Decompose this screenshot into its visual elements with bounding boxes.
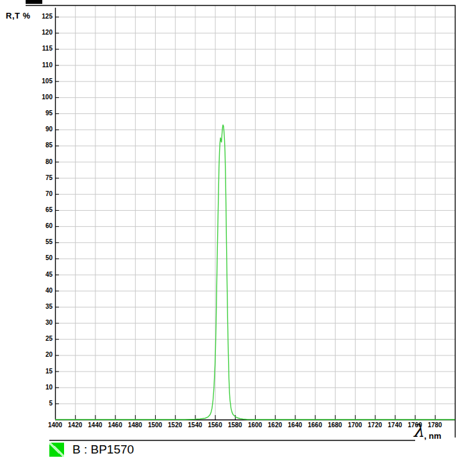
x-tick-label: 1560 <box>208 421 222 429</box>
y-tick-label: 75 <box>45 174 53 181</box>
y-tick-label: 25 <box>45 335 53 342</box>
x-axis-units-label: , nm <box>424 431 441 441</box>
y-tick-label: 105 <box>42 78 53 85</box>
x-tick-label: 1420 <box>68 421 82 429</box>
y-tick-label: 90 <box>45 126 53 133</box>
x-tick-label: 1600 <box>248 421 262 429</box>
x-tick-label: 1460 <box>108 421 122 429</box>
y-tick-label: 5 <box>49 400 53 407</box>
y-tick-label: 50 <box>45 254 53 261</box>
x-tick-label: 1480 <box>128 421 142 429</box>
y-tick-label: 65 <box>45 206 53 213</box>
x-tick-label: 1660 <box>308 421 322 429</box>
y-tick-label: 10 <box>45 384 53 391</box>
y-tick-label: 115 <box>42 45 53 52</box>
legend-item[interactable]: B : BP1570 <box>49 443 134 457</box>
y-tick-label: 45 <box>45 271 53 278</box>
x-tick-label: 1400 <box>48 421 62 429</box>
x-tick-label: 1680 <box>328 421 342 429</box>
x-tick-label: 1720 <box>368 421 382 429</box>
x-tick-label: 1620 <box>268 421 282 429</box>
y-tick-label: 70 <box>45 190 53 197</box>
x-tick-label: 1640 <box>288 421 302 429</box>
x-tick-label: 1540 <box>188 421 202 429</box>
y-tick-label: 15 <box>45 367 53 374</box>
y-tick-label: 125 <box>42 13 53 20</box>
x-axis-lambda-symbol: λ <box>413 422 423 439</box>
x-tick-label: 1700 <box>348 421 362 429</box>
legend-color-swatch-icon <box>49 443 64 457</box>
x-tick-label: 1500 <box>148 421 162 429</box>
y-tick-label: 35 <box>45 303 53 310</box>
y-tick-label: 110 <box>42 61 53 69</box>
y-tick-label: 100 <box>42 94 53 101</box>
y-tick-label: 20 <box>45 351 53 358</box>
spectrum-chart-window: 1400142014401460148015001520154015601580… <box>0 0 476 458</box>
y-tick-label: 55 <box>45 238 53 245</box>
y-tick-label: 120 <box>42 29 53 36</box>
x-tick-label: 1780 <box>428 421 442 429</box>
y-tick-label: 85 <box>45 142 53 149</box>
y-tick-label: 40 <box>45 287 53 294</box>
y-tick-label: 80 <box>45 158 53 165</box>
x-tick-label: 1520 <box>168 421 182 429</box>
y-tick-label: 60 <box>45 222 53 229</box>
chart-canvas <box>0 0 476 458</box>
y-axis-title: R,T % <box>6 11 31 20</box>
x-tick-label: 1580 <box>228 421 242 429</box>
legend-label: B : BP1570 <box>72 443 134 457</box>
y-tick-label: 30 <box>45 319 53 326</box>
x-tick-label: 1740 <box>388 421 402 429</box>
x-tick-label: 1440 <box>88 421 102 429</box>
y-tick-label: 95 <box>45 110 53 117</box>
